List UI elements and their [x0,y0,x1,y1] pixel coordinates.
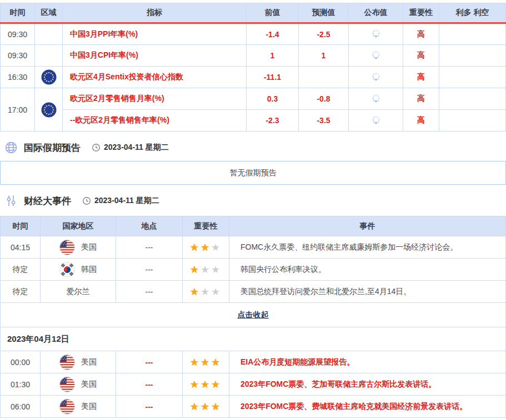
published-value-cell [349,23,403,45]
importance-cell [183,396,229,418]
time-cell: 16:30 [1,67,35,88]
holiday-empty-text: 暂无假期预告 [230,168,277,178]
indicator-name-link[interactable]: --欧元区2月零售销售年率(%) [63,110,247,131]
location-cell: --- [116,373,183,396]
forecast-value: -3.5 [299,110,349,131]
clock-icon [92,143,101,152]
us-flag-icon [59,399,75,414]
indicator-name-link[interactable]: 中国3月PPI年率(%) [63,23,247,45]
loading-spinner-icon [372,29,380,38]
event-text-link[interactable]: 2023年FOMC票委、费城联储主席哈克就美国经济前景发表讲话。 [229,396,506,418]
event-text: FOMC永久票委、纽约联储主席威廉姆斯参加一场经济讨论会。 [229,236,506,259]
holiday-section-header: 国际假期预告 2023-04-11 星期二 [4,140,506,155]
indicator-name-link[interactable]: 中国3月CPI年率(%) [63,45,247,67]
country-cell: 美国 [41,396,116,418]
us-flag-icon [59,377,75,392]
star-rating [190,358,222,367]
korea-flag-icon [59,262,75,277]
event-row: 06:00 美国 --- 2023年FOMC票委、费城联储主席哈克就美国经济前景… [1,396,506,418]
country-cell: 韩国 [41,259,116,281]
importance-cell: 高 [403,88,439,110]
previous-value: -2.3 [247,110,299,131]
previous-value: 0.3 [247,88,299,110]
region-cell [35,88,63,131]
eu-flag-icon [41,102,57,118]
indicator-row: 09:30 中国3月PPI年率(%) -1.4 -2.5 高 [1,23,506,45]
country-cell: 爱尔兰 [41,281,116,303]
country-cell: 美国 [41,236,116,259]
published-value-cell [349,45,403,67]
star-rating [190,266,222,275]
col-importance: 重要性 [403,3,439,23]
country-label: 爱尔兰 [67,287,90,297]
globe-icon [4,141,18,154]
events-section-header: 财经大事件 2023-04-11 星期二 [4,193,506,209]
collapse-link[interactable]: 点击收起 [238,310,269,319]
col-region: 区域 [35,3,63,23]
event-text-link[interactable]: EIA公布月度短期能源展望报告。 [229,351,506,373]
col-previous: 前值 [247,3,299,23]
collapse-row: 点击收起 [1,303,506,327]
forecast-value: -0.8 [299,88,349,110]
indicator-table: 时间 区域 指标 前值 预测值 公布值 重要性 利多 利空 09:30 中国3月… [0,3,506,131]
us-flag-icon [59,240,75,255]
event-row: 待定 韩国 --- 韩国央行公布利率决议。 [1,259,506,281]
region-cell [35,67,63,88]
loading-spinner-icon [372,50,380,59]
star-rating [190,288,222,297]
col-forecast: 预测值 [299,3,349,23]
holiday-section-title: 国际假期预告 [24,141,81,154]
col-event: 事件 [229,216,506,236]
event-text-link[interactable]: 2023年FOMC票委、芝加哥联储主席古尔斯比发表讲话。 [229,373,506,396]
forecast-value: -2.5 [299,23,349,45]
col-indicator: 指标 [63,3,247,23]
country-label: 美国 [81,357,97,367]
star-rating [190,403,222,412]
col-importance: 重要性 [183,216,229,236]
loading-spinner-icon [372,72,380,81]
previous-value: -1.4 [247,23,299,45]
previous-value: -11.1 [247,67,299,88]
bull-bear-cell [439,88,506,110]
indicator-row: 17:00 欧元区2月零售销售月率(%) 0.3 -0.8 高 [1,88,506,110]
time-cell: 待定 [1,281,41,303]
time-cell: 09:30 [1,45,35,67]
col-time: 时间 [1,216,41,236]
event-row: 待定 爱尔兰 --- 美国总统拜登访问爱尔兰和北爱尔兰,至4月14日。 [1,281,506,303]
importance-cell: 高 [403,23,439,45]
location-cell: --- [116,351,183,373]
col-location: 地点 [116,216,183,236]
clock-icon [82,196,91,205]
country-cell: 美国 [41,373,116,396]
location-cell: --- [116,281,183,303]
col-bull-bear: 利多 利空 [439,3,506,23]
date-header-row: 2023年04月12日 [1,327,506,351]
time-cell: 17:00 [1,88,35,131]
indicator-table-header: 时间 区域 指标 前值 预测值 公布值 重要性 利多 利空 [1,3,506,23]
star-rating [190,381,222,389]
indicator-name-link[interactable]: 欧元区2月零售销售月率(%) [63,88,247,110]
bull-bear-cell [439,23,506,45]
bull-bear-cell [439,110,506,131]
importance-cell [183,373,229,396]
col-country: 国家地区 [41,216,116,236]
forecast-value: 1 [299,45,349,67]
country-cell: 美国 [41,351,116,373]
bull-bear-cell [439,45,506,67]
us-flag-icon [59,355,75,370]
sliders-icon [4,194,18,208]
published-value-cell [349,88,403,110]
time-cell: 09:30 [1,23,35,45]
star-rating [190,244,222,252]
indicator-row: 16:30 欧元区4月Sentix投资者信心指数 -11.1 高 [1,67,506,88]
country-label: 美国 [81,379,97,389]
events-table-header: 时间 国家地区 地点 重要性 事件 [1,216,506,236]
time-cell: 04:15 [1,236,41,259]
indicator-row: --欧元区2月零售销售年率(%) -2.3 -3.5 高 [1,110,506,131]
event-text: 美国总统拜登访问爱尔兰和北爱尔兰,至4月14日。 [229,281,506,303]
indicator-name-link[interactable]: 欧元区4月Sentix投资者信心指数 [63,67,247,88]
importance-cell: 高 [403,45,439,67]
bull-bear-cell [439,67,506,88]
forecast-value [299,67,349,88]
holiday-empty-box: 暂无假期预告 [0,161,506,185]
